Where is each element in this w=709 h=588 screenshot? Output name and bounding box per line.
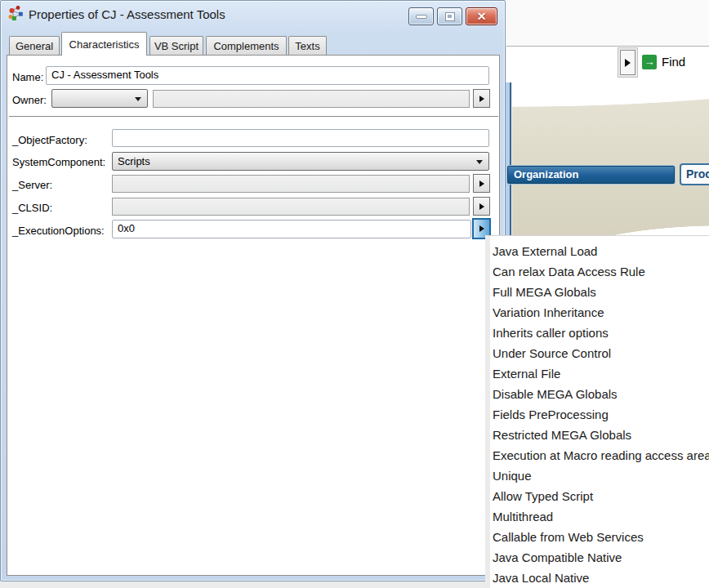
dropdown-item[interactable]: Inherits caller options xyxy=(490,323,709,343)
right-triangle-icon xyxy=(479,96,484,102)
find-label[interactable]: Find xyxy=(662,55,685,69)
server-arrow-button[interactable] xyxy=(473,174,490,193)
dropdown-item[interactable]: Unique xyxy=(490,466,709,486)
server-field[interactable] xyxy=(112,175,470,193)
tab-vb-script[interactable]: VB Script xyxy=(149,36,203,55)
dropdown-item[interactable]: Callable from Web Services xyxy=(490,527,709,547)
object-factory-input[interactable] xyxy=(112,129,489,147)
right-triangle-icon xyxy=(479,203,484,210)
search-arrow-frame xyxy=(618,47,638,78)
organization-button[interactable]: Organization xyxy=(506,165,676,185)
owner-field[interactable] xyxy=(153,90,470,108)
dropdown-item[interactable]: Full MEGA Globals xyxy=(490,282,709,302)
owner-arrow-button[interactable] xyxy=(473,89,490,108)
tab-general[interactable]: General xyxy=(9,36,60,55)
right-triangle-icon xyxy=(479,180,484,187)
execution-options-dropdown: Java External Load Can relax Data Access… xyxy=(485,235,709,588)
system-component-label: SystemComponent: xyxy=(12,156,105,168)
dropdown-item[interactable]: Fields PreProcessing xyxy=(490,404,709,425)
object-factory-label: _ObjectFactory: xyxy=(12,134,87,146)
name-input[interactable]: CJ - Assessment Tools xyxy=(46,66,489,85)
diagram-canvas: Organization Proc xyxy=(512,82,709,235)
close-icon: ✕ xyxy=(477,10,487,23)
process-button[interactable]: Proc xyxy=(680,163,709,185)
server-label: _Server: xyxy=(12,179,52,191)
dropdown-item[interactable]: Can relax Data Access Rule xyxy=(490,261,709,282)
dropdown-item[interactable]: Java External Load xyxy=(490,241,709,261)
minimize-button[interactable] xyxy=(408,7,434,25)
maximize-icon xyxy=(445,12,455,21)
tab-texts[interactable]: Texts xyxy=(288,36,327,55)
dropdown-item[interactable]: Variation Inheritance xyxy=(490,302,709,323)
execution-options-input[interactable]: 0x0 xyxy=(112,220,471,238)
tab-complements[interactable]: Complements xyxy=(206,36,287,55)
execution-options-label: _ExecutionOptions: xyxy=(12,225,105,237)
dialog-title: Properties of CJ - Assessment Tools xyxy=(29,7,225,21)
dropdown-item[interactable]: Under Source Control xyxy=(490,343,709,363)
dropdown-item[interactable]: Java Compatible Native xyxy=(490,547,709,568)
chevron-down-icon xyxy=(135,97,141,101)
search-arrow-button[interactable] xyxy=(620,50,635,75)
dropdown-item[interactable]: Execution at Macro reading access area xyxy=(490,445,709,466)
minimize-icon xyxy=(416,15,427,19)
clsid-label: _CLSID: xyxy=(12,202,52,214)
dropdown-item[interactable]: Restricted MEGA Globals xyxy=(490,425,709,445)
tab-characteristics[interactable]: Characteristics xyxy=(61,32,147,56)
divider xyxy=(9,116,498,118)
dropdown-item[interactable]: Multithread xyxy=(490,506,709,527)
system-component-combobox[interactable]: Scripts xyxy=(112,152,489,171)
find-icon[interactable]: → xyxy=(642,55,657,69)
dropdown-item[interactable]: Disable MEGA Globals xyxy=(490,384,709,404)
properties-dialog: Properties of CJ - Assessment Tools ✕ Ge… xyxy=(0,0,506,581)
close-button[interactable]: ✕ xyxy=(466,7,497,25)
chevron-down-icon xyxy=(476,160,483,164)
dropdown-item[interactable]: Java Local Native xyxy=(490,568,709,588)
clsid-field[interactable] xyxy=(112,198,470,216)
maximize-button[interactable] xyxy=(437,7,462,25)
search-input[interactable] xyxy=(506,47,617,82)
right-triangle-icon xyxy=(479,225,484,232)
app-background-top xyxy=(505,0,709,46)
mega-app-icon xyxy=(8,5,26,23)
system-component-value: Scripts xyxy=(118,155,150,167)
owner-label: Owner: xyxy=(12,94,47,106)
owner-combobox[interactable] xyxy=(51,89,148,108)
find-toolbar: → Find xyxy=(506,46,709,82)
dropdown-item[interactable]: Allow Typed Script xyxy=(490,486,709,506)
right-triangle-icon xyxy=(625,59,631,67)
name-label: Name: xyxy=(12,71,43,83)
clsid-arrow-button[interactable] xyxy=(473,197,490,216)
dropdown-item[interactable]: External File xyxy=(490,363,709,384)
